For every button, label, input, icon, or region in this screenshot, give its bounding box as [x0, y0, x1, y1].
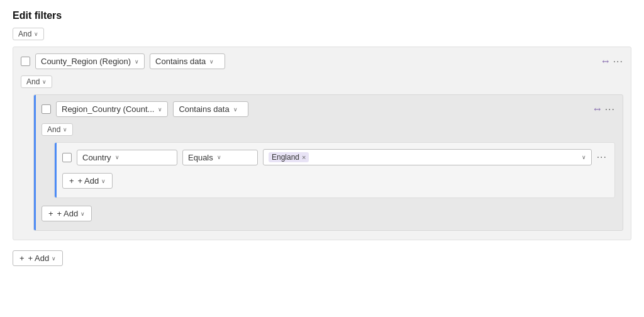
add-chevron-icon-level3: ∨: [101, 178, 106, 184]
condition-dropdown-level2[interactable]: Contains data ∨: [173, 101, 248, 117]
filter-actions-level1: ⤢ ···: [602, 56, 623, 67]
checkbox-level2[interactable]: [42, 104, 51, 114]
connector-line-level3: [55, 143, 57, 197]
add-button-level3[interactable]: + + Add ∨: [62, 173, 113, 189]
filter-block-level2: Region_Country (Count... ∨ Contains data…: [33, 94, 623, 231]
value-chip-remove-level3[interactable]: ×: [302, 153, 306, 161]
connector-line-level2: [34, 95, 36, 230]
and-chevron-icon-level2: ∨: [63, 126, 67, 133]
add-chevron-icon-level2: ∨: [80, 211, 85, 217]
condition-label-level3: Equals: [188, 153, 213, 162]
add-plus-icon-level1: +: [19, 253, 25, 263]
add-plus-icon-level3: +: [69, 176, 74, 186]
condition-dropdown-level1[interactable]: Contains data ∨: [150, 53, 225, 69]
value-dropdown-level3[interactable]: England × ∨: [263, 149, 592, 165]
more-icon-level1[interactable]: ···: [613, 56, 623, 67]
and-badge-level1[interactable]: And ∨: [21, 75, 52, 88]
filter-actions-level3: ···: [597, 152, 607, 163]
filter-row-level1: County_Region (Region) ∨ Contains data ∨…: [21, 53, 623, 69]
and-chevron-icon-level1: ∨: [42, 79, 47, 85]
field-dropdown-level1[interactable]: County_Region (Region) ∨: [35, 53, 145, 69]
filter-block-level1: County_Region (Region) ∨ Contains data ∨…: [13, 47, 631, 240]
filter-row-level3: Country ∨ Equals ∨ England × ∨: [62, 149, 607, 165]
field-chevron-icon-level3: ∨: [115, 154, 119, 160]
condition-label-level1: Contains data: [155, 57, 206, 66]
add-label-level2: + Add: [57, 209, 79, 218]
condition-chevron-icon-level1: ∨: [209, 58, 214, 65]
filter-block-level3: Country ∨ Equals ∨ England × ∨: [54, 142, 615, 198]
value-chip-text-level3: England: [272, 153, 299, 162]
filter-row-level1-inner: County_Region (Region) ∨ Contains data ∨: [21, 53, 597, 69]
root-and-badge[interactable]: And ∨: [13, 28, 44, 40]
root-and-label: And: [18, 30, 31, 38]
filter-row-level2-inner: Region_Country (Count... ∨ Contains data…: [42, 101, 589, 117]
condition-chevron-icon-level3: ∨: [217, 154, 221, 160]
collapse-icon-level1[interactable]: ⤢: [600, 55, 611, 67]
field-dropdown-level2[interactable]: Region_Country (Count... ∨: [56, 101, 168, 117]
filter-actions-level2: ⤢ ···: [594, 104, 615, 115]
add-plus-icon-level2: +: [48, 209, 53, 218]
value-chevron-icon-level3: ∨: [582, 154, 586, 160]
field-label-level1: County_Region (Region): [41, 57, 131, 66]
filter-row-level3-inner: Country ∨ Equals ∨ England × ∨: [62, 149, 592, 165]
field-label-level2: Region_Country (Count...: [62, 104, 154, 114]
root-and-chevron-icon: ∨: [34, 31, 38, 37]
add-button-level1[interactable]: + + Add ∨: [13, 250, 63, 266]
condition-chevron-icon-level2: ∨: [233, 106, 238, 113]
checkbox-level1[interactable]: [21, 57, 30, 66]
page-title: Edit filters: [13, 10, 631, 21]
add-label-level3: + Add: [78, 176, 99, 186]
and-label-level2: And: [47, 125, 60, 134]
more-icon-level3[interactable]: ···: [597, 152, 607, 163]
more-icon-level2[interactable]: ···: [605, 104, 615, 115]
field-chevron-icon-level2: ∨: [158, 106, 162, 113]
and-badge-level2[interactable]: And ∨: [42, 123, 73, 136]
field-label-level3: Country: [82, 153, 111, 162]
field-dropdown-level3[interactable]: Country ∨: [77, 150, 177, 165]
filter-row-level2: Region_Country (Count... ∨ Contains data…: [42, 101, 615, 117]
condition-label-level2: Contains data: [179, 104, 229, 114]
add-chevron-icon-level1: ∨: [52, 255, 56, 262]
collapse-icon-level2[interactable]: ⤢: [592, 103, 603, 114]
value-chip-level3: England ×: [269, 152, 309, 162]
condition-dropdown-level3[interactable]: Equals ∨: [182, 150, 258, 165]
field-chevron-icon-level1: ∨: [135, 58, 139, 65]
and-label-level1: And: [26, 77, 40, 86]
add-button-level2[interactable]: + + Add ∨: [42, 206, 92, 221]
add-label-level1: + Add: [28, 253, 50, 263]
checkbox-level3[interactable]: [62, 153, 72, 162]
